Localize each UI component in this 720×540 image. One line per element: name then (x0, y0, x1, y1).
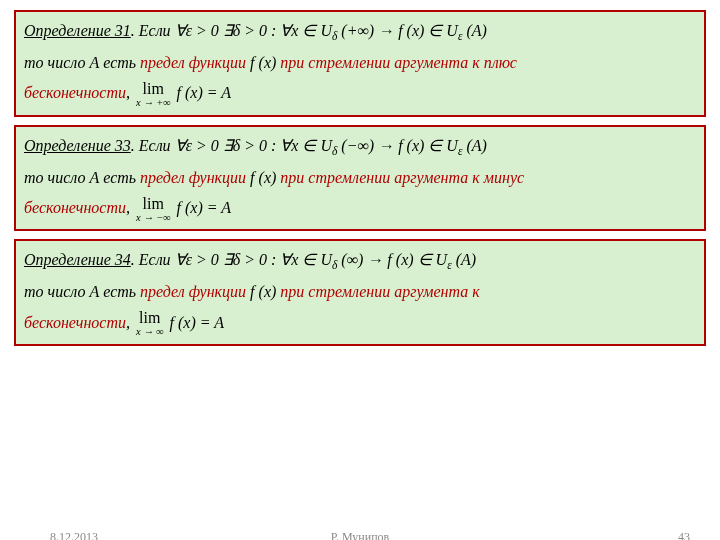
def31-inf: бесконечности (24, 84, 126, 101)
lim-word-2: lim (136, 196, 171, 212)
def34-cond: ∀ε > 0 ∃δ > 0 : ∀x ∈ Uδ (∞) → f (x) ∈ Uε… (175, 251, 476, 268)
def31-fx: f (x) (250, 54, 276, 71)
def33-line1: Определение 33. Если ∀ε > 0 ∃δ > 0 : ∀x … (24, 131, 696, 163)
def33-line3: бесконечности, lim x → −∞ f (x) = A (24, 193, 696, 223)
definition-box-34: Определение 34. Если ∀ε > 0 ∃δ > 0 : ∀x … (14, 239, 706, 346)
def34-title: Определение 34 (24, 251, 131, 268)
def33-text-number: то число (24, 169, 89, 186)
def31-cond-arg: (+∞) → f (x) ∈ U (337, 22, 458, 39)
def34-term: предел функции (140, 283, 250, 300)
slide: Определение 31. Если ∀ε > 0 ∃δ > 0 : ∀x … (0, 0, 720, 346)
def34-line2: то число A есть предел функции f (x) при… (24, 277, 696, 307)
def33-cond-arg: (−∞) → f (x) ∈ U (337, 137, 458, 154)
def31-cond-end: (A) (462, 22, 486, 39)
def31-A: A (89, 54, 99, 71)
def33-fx: f (x) (250, 169, 276, 186)
def33-if: . Если (131, 137, 175, 154)
def33-lim-expr: f (x) = A (177, 199, 231, 216)
def33-lim: lim x → −∞ (136, 196, 171, 223)
def34-cond-end: (A) (452, 251, 476, 268)
def33-lim-sub: x → −∞ (136, 212, 171, 223)
def33-A: A (89, 169, 99, 186)
def34-lim-expr: f (x) = A (170, 314, 224, 331)
def31-lim-sub: x → +∞ (136, 97, 171, 108)
lim-word-3: lim (136, 310, 164, 326)
def33-line2: то число A есть предел функции f (x) при… (24, 163, 696, 193)
def31-is: есть (103, 54, 140, 71)
def34-line3: бесконечности, lim x → ∞ f (x) = A (24, 308, 696, 338)
def34-is: есть (103, 283, 140, 300)
def31-line3: бесконечности, lim x → +∞ f (x) = A (24, 78, 696, 108)
def33-cond: ∀ε > 0 ∃δ > 0 : ∀x ∈ Uδ (−∞) → f (x) ∈ U… (175, 137, 487, 154)
def31-line1: Определение 31. Если ∀ε > 0 ∃δ > 0 : ∀x … (24, 16, 696, 48)
def31-cond-a: ∀ε > 0 ∃δ > 0 : ∀x ∈ U (175, 22, 332, 39)
def31-text-number: то число (24, 54, 89, 71)
def33-inf: бесконечности (24, 199, 126, 216)
lim-word: lim (136, 81, 171, 97)
def31-tail: при стремлении аргумента к плюс (280, 54, 517, 71)
footer-page: 43 (678, 530, 690, 540)
def33-cond-end: (A) (462, 137, 486, 154)
definition-box-31: Определение 31. Если ∀ε > 0 ∃δ > 0 : ∀x … (14, 10, 706, 117)
definition-box-33: Определение 33. Если ∀ε > 0 ∃δ > 0 : ∀x … (14, 125, 706, 232)
def33-title: Определение 33 (24, 137, 131, 154)
def31-term: предел функции (140, 54, 250, 71)
def33-is: есть (103, 169, 140, 186)
footer-author: Р. Мунипов (0, 530, 720, 540)
def31-line2: то число A есть предел функции f (x) при… (24, 48, 696, 78)
def34-line1: Определение 34. Если ∀ε > 0 ∃δ > 0 : ∀x … (24, 245, 696, 277)
def34-comma: , (126, 314, 134, 331)
def34-tail: при стремлении аргумента к (280, 283, 479, 300)
def34-A: A (89, 283, 99, 300)
def34-cond-arg: (∞) → f (x) ∈ U (337, 251, 447, 268)
def31-lim: lim x → +∞ (136, 81, 171, 108)
def34-lim-sub: x → ∞ (136, 326, 164, 337)
def34-text-number: то число (24, 283, 89, 300)
def34-lim: lim x → ∞ (136, 310, 164, 337)
def31-title: Определение 31 (24, 22, 131, 39)
def33-comma: , (126, 199, 134, 216)
def34-inf: бесконечности (24, 314, 126, 331)
def33-tail: при стремлении аргумента к минус (280, 169, 524, 186)
def31-if: . Если (131, 22, 175, 39)
def31-cond: ∀ε > 0 ∃δ > 0 : ∀x ∈ Uδ (+∞) → f (x) ∈ U… (175, 22, 487, 39)
def31-comma: , (126, 84, 134, 101)
def33-term: предел функции (140, 169, 250, 186)
def33-cond-a: ∀ε > 0 ∃δ > 0 : ∀x ∈ U (175, 137, 332, 154)
def34-cond-a: ∀ε > 0 ∃δ > 0 : ∀x ∈ U (175, 251, 332, 268)
def34-if: . Если (131, 251, 175, 268)
def34-fx: f (x) (250, 283, 276, 300)
def31-lim-expr: f (x) = A (177, 84, 231, 101)
